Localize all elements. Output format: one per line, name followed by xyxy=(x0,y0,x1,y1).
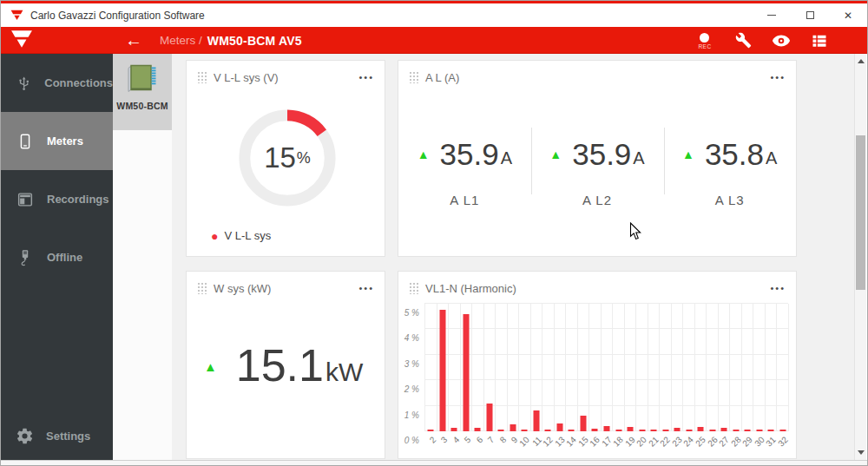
trend-up-icon: ▲ xyxy=(682,148,694,161)
power-unit: kW xyxy=(326,358,363,386)
device-icon xyxy=(125,63,160,95)
card-title: V L-L sys (V) xyxy=(214,71,279,84)
card-menu-button[interactable]: ••• xyxy=(358,284,374,293)
x-axis-tick-label: 2 xyxy=(427,435,437,445)
vertical-scrollbar[interactable] xyxy=(854,54,866,460)
harmonic-bar xyxy=(721,428,727,431)
sidebar-item-settings[interactable]: Settings xyxy=(1,415,113,456)
harmonic-bar-slot: 7 xyxy=(483,304,496,431)
close-button[interactable]: ✕ xyxy=(829,3,867,27)
card-title: A L (A) xyxy=(425,71,459,84)
phase-unit: A xyxy=(501,148,512,172)
view-button[interactable] xyxy=(768,27,794,54)
harmonic-bar-slot: 30 xyxy=(753,304,765,431)
phase-l2: ▲ 35.9 A A L2 xyxy=(531,137,664,207)
card-voltage-donut: V L-L sys (V) ••• 15% ● V L-L sys xyxy=(186,60,385,257)
card-power-value: W sys (kW) ••• ▲ 15.1kW xyxy=(186,271,385,459)
harmonic-bar xyxy=(639,430,645,431)
harmonic-bar-slot: 23 xyxy=(671,304,683,431)
harmonic-bar xyxy=(779,430,786,431)
header-actions: REC xyxy=(680,27,832,54)
harmonic-bar xyxy=(698,427,704,431)
trend-up-icon: ▲ xyxy=(204,360,217,373)
maximize-icon xyxy=(806,11,814,19)
device-list-panel: WM50-BCM xyxy=(113,54,172,460)
harmonic-bar-slot: 32 xyxy=(776,304,788,431)
drag-handle-icon[interactable] xyxy=(409,282,418,294)
power-value-row: 15.1kW xyxy=(218,339,381,391)
x-axis-tick-label: 4 xyxy=(450,435,461,445)
phase-value: 35.9 xyxy=(440,137,499,172)
card-current-values: A L (A) ••• ▲ 35.9 A A L1 ▲ 35.9 xyxy=(398,60,797,257)
list-icon xyxy=(811,32,828,49)
x-axis-tick-label: 32 xyxy=(776,435,790,449)
harmonic-bar xyxy=(451,428,457,431)
phase-l1: ▲ 35.9 A A L1 xyxy=(398,137,531,207)
x-axis-tick-label: 10 xyxy=(518,435,532,449)
sidebar-item-offline[interactable]: Offline xyxy=(1,228,113,286)
donut-percent-value: 15 xyxy=(264,141,296,174)
scrollbar-thumb[interactable] xyxy=(856,135,865,290)
harmonic-bar-slot: 27 xyxy=(718,304,730,431)
back-button[interactable]: ← xyxy=(121,27,147,54)
minimize-button[interactable] xyxy=(753,3,791,27)
record-icon xyxy=(700,33,709,43)
x-axis-tick-label: 6 xyxy=(474,435,484,445)
harmonic-bar xyxy=(709,430,715,431)
sidebar-item-label: Offline xyxy=(47,251,82,264)
harmonic-bar xyxy=(498,430,504,431)
recordings-icon xyxy=(16,190,35,209)
layout-menu-button[interactable] xyxy=(806,27,832,54)
harmonic-bar-slot: 26 xyxy=(706,304,718,431)
harmonic-bar xyxy=(533,410,539,431)
y-axis-tick-label: 0 % xyxy=(404,436,419,445)
harmonic-bar xyxy=(745,430,751,431)
sidebar-item-recordings[interactable]: Recordings xyxy=(1,170,113,228)
breadcrumb-section[interactable]: Meters / xyxy=(160,34,202,47)
y-axis-tick-label: 5 % xyxy=(404,308,419,318)
drag-handle-icon[interactable] xyxy=(197,282,207,294)
harmonic-bar xyxy=(569,430,575,431)
harmonic-bar-slot: 9 xyxy=(507,304,519,431)
harmonic-bar-slot: 6 xyxy=(471,304,483,431)
card-menu-button[interactable]: ••• xyxy=(770,284,786,293)
maximize-button[interactable] xyxy=(791,3,829,27)
donut-legend: ● V L-L sys xyxy=(211,229,271,242)
harmonic-bar-slot: 19 xyxy=(624,304,636,431)
window-title: Carlo Gavazzi Configuration Software xyxy=(30,10,205,22)
harmonic-bar xyxy=(522,430,528,431)
x-axis-tick-label: 8 xyxy=(497,435,508,445)
device-tile-wm50[interactable]: WM50-BCM xyxy=(113,54,172,130)
harmonic-bar-slot: 18 xyxy=(612,304,624,431)
minimize-icon xyxy=(767,15,776,16)
drag-handle-icon[interactable] xyxy=(409,71,418,83)
titlebar: Carlo Gavazzi Configuration Software ✕ xyxy=(1,3,867,27)
harmonic-bar xyxy=(686,430,692,431)
scroll-down-icon[interactable] xyxy=(858,450,865,455)
y-axis-tick-label: 2 % xyxy=(404,384,419,394)
record-button[interactable]: REC xyxy=(692,27,718,54)
phase-l3: ▲ 35.8 A A L3 xyxy=(663,137,796,207)
legend-label: V L-L sys xyxy=(224,229,271,242)
card-menu-button[interactable]: ••• xyxy=(770,73,786,82)
harmonic-bar-slot: 29 xyxy=(741,304,753,431)
scroll-up-icon[interactable] xyxy=(858,59,865,63)
harmonic-bar-slot: 20 xyxy=(635,304,648,431)
harmonic-bar-slot: 4 xyxy=(448,304,460,431)
phase-unit: A xyxy=(633,148,644,172)
device-label: WM50-BCM xyxy=(116,101,168,111)
phase-value: 35.8 xyxy=(705,137,764,172)
y-axis-tick-label: 3 % xyxy=(404,359,419,369)
harmonic-bar xyxy=(439,310,445,431)
donut-chart: 15% xyxy=(236,107,339,209)
sidebar-item-meters[interactable]: Meters xyxy=(1,112,113,170)
drag-handle-icon[interactable] xyxy=(197,71,207,83)
sidebar-item-connections[interactable]: Connections xyxy=(1,54,113,112)
harmonic-bar-slot: 11 xyxy=(530,304,542,431)
app-header: ← Meters / WM50-BCM AV5 REC xyxy=(1,27,867,54)
tools-button[interactable] xyxy=(730,27,756,54)
harmonic-bar-slot: 14 xyxy=(565,304,577,431)
card-menu-button[interactable]: ••• xyxy=(358,73,374,82)
harmonic-bar-slot: 15 xyxy=(577,304,589,431)
y-axis-tick-label: 4 % xyxy=(404,333,419,343)
